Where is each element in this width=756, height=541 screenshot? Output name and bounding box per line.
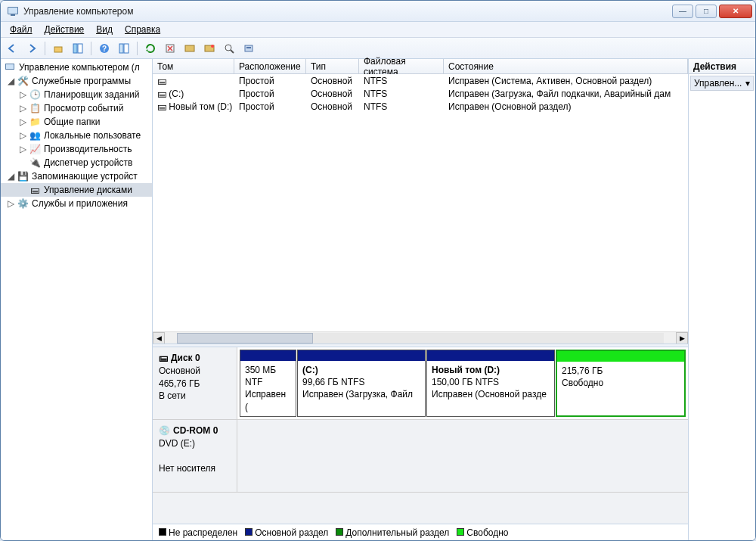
collapse-icon[interactable]: ◢ [5, 76, 17, 86]
app-window: Управление компьютером — □ ✕ Файл Действ… [0, 0, 756, 541]
svg-rect-2 [11, 14, 15, 16]
toolbar-separator [137, 42, 138, 55]
toolbar-separator [45, 42, 45, 55]
tree-label: Общие папки [44, 117, 100, 127]
svg-point-13 [211, 45, 214, 48]
forward-button[interactable] [23, 40, 40, 57]
partition-d[interactable]: Новый том (D:) 150,00 ГБ NTFS Исправен (… [426, 350, 555, 417]
legend-extended: Дополнительный раздел [336, 527, 449, 538]
close-button[interactable]: ✕ [719, 5, 752, 18]
expand-icon[interactable]: ▷ [17, 89, 29, 100]
refresh-button[interactable] [142, 40, 159, 57]
storage-icon: 💾 [17, 170, 29, 182]
tree-label: Служебные программы [32, 76, 131, 86]
volume-table: Том Расположение Тип Файловая система Со… [153, 59, 688, 344]
tree-group-storage[interactable]: ◢ 💾 Запоминающие устройст [1, 169, 152, 183]
col-layout[interactable]: Расположение [234, 59, 306, 74]
tool-btn-8[interactable] [221, 40, 237, 57]
disk-row-0: 🖴Диск 0 Основной 465,76 ГБ В сети 350 МБ… [153, 347, 688, 420]
tree-events[interactable]: ▷ 📋 Просмотр событий [1, 101, 152, 115]
svg-rect-9 [124, 44, 129, 53]
disk-row-cdrom: 💿CD-ROM 0 DVD (E:) Нет носителя [153, 420, 688, 493]
up-button[interactable] [50, 40, 67, 57]
legend-unallocated: Не распределен [159, 527, 237, 538]
device-icon: 🔌 [29, 157, 41, 169]
svg-rect-16 [246, 47, 251, 48]
tree-label: Службы и приложения [32, 198, 128, 209]
tool-btn-6[interactable] [181, 40, 198, 57]
partition-color-bar [427, 350, 554, 361]
col-volume[interactable]: Том [153, 59, 234, 74]
menu-bar: Файл Действие Вид Справка [1, 22, 755, 38]
menu-view[interactable]: Вид [90, 23, 119, 36]
col-fs[interactable]: Файловая система [359, 59, 444, 74]
tree-label: Диспетчер устройств [44, 157, 132, 168]
tree-panel: Управление компьютером (л ◢ 🛠️ Служебные… [1, 59, 153, 540]
show-hide-button[interactable] [70, 40, 86, 57]
tree-users[interactable]: ▷ 👥 Локальные пользовате [1, 129, 152, 142]
tree-group-services[interactable]: ▷ ⚙️ Службы и приложения [1, 197, 152, 210]
clock-icon: 🕒 [29, 89, 41, 101]
users-icon: 👥 [29, 129, 41, 141]
col-type[interactable]: Тип [306, 59, 359, 74]
expand-icon[interactable]: ▷ [5, 198, 17, 209]
computer-icon [4, 61, 16, 73]
svg-text:?: ? [102, 45, 107, 53]
expand-icon[interactable]: ▷ [17, 103, 29, 113]
table-row[interactable]: 🖴 Простой Основной NTFS Исправен (Систем… [153, 74, 688, 87]
svg-rect-18 [6, 64, 14, 69]
partition-free[interactable]: 215,76 ГБ Свободно [556, 350, 686, 417]
minimize-button[interactable]: — [672, 5, 693, 18]
drive-icon: 🖴 [157, 89, 166, 99]
tree-devmgr[interactable]: 🔌 Диспетчер устройств [1, 156, 152, 169]
folder-icon: 📁 [29, 116, 41, 128]
menu-action[interactable]: Действие [39, 23, 91, 36]
svg-rect-4 [73, 44, 77, 53]
tree-group-utils[interactable]: ◢ 🛠️ Служебные программы [1, 74, 152, 88]
tree-shared[interactable]: ▷ 📁 Общие папки [1, 115, 152, 129]
partition-c[interactable]: (C:) 99,66 ГБ NTFS Исправен (Загрузка, Ф… [297, 350, 426, 417]
legend-primary: Основной раздел [245, 527, 328, 538]
center-panel: Том Расположение Тип Файловая система Со… [153, 59, 689, 540]
disk-header-cdrom[interactable]: 💿CD-ROM 0 DVD (E:) Нет носителя [153, 420, 237, 492]
events-icon: 📋 [29, 102, 41, 114]
tree-label: Планировщик заданий [44, 89, 139, 100]
collapse-icon[interactable]: ◢ [5, 171, 17, 182]
disk-header-0[interactable]: 🖴Диск 0 Основной 465,76 ГБ В сети [153, 347, 237, 419]
tree-label: Просмотр событий [44, 103, 123, 113]
scroll-left-button[interactable]: ◀ [153, 332, 165, 344]
back-button[interactable] [4, 40, 20, 57]
horizontal-scrollbar[interactable]: ◀ ▶ [153, 331, 688, 344]
scroll-right-button[interactable]: ▶ [676, 332, 688, 344]
tree-root[interactable]: Управление компьютером (л [1, 61, 152, 74]
partition-system[interactable]: 350 МБ NTF Исправен ( [240, 350, 296, 417]
help-button[interactable]: ? [96, 40, 113, 57]
volume-body: 🖴 Простой Основной NTFS Исправен (Систем… [153, 74, 688, 344]
tool-btn-9[interactable] [240, 40, 257, 57]
table-row[interactable]: 🖴 Новый том (D:) Простой Основной NTFS И… [153, 100, 688, 113]
expand-icon[interactable]: ▷ [17, 144, 29, 154]
svg-rect-5 [78, 44, 82, 53]
maximize-button[interactable]: □ [696, 5, 717, 18]
menu-file[interactable]: Файл [4, 23, 39, 36]
menu-help[interactable]: Справка [119, 23, 166, 36]
tree-perf[interactable]: ▷ 📈 Производительность [1, 142, 152, 156]
properties-button[interactable] [116, 40, 132, 57]
chevron-down-icon: ▾ [745, 78, 750, 89]
scrollbar-thumb[interactable] [177, 333, 313, 344]
actions-item-manage[interactable]: Управлен... ▾ [690, 76, 754, 91]
tool-btn-5[interactable] [162, 40, 178, 57]
disk-map: 🖴Диск 0 Основной 465,76 ГБ В сети 350 МБ… [153, 347, 688, 540]
app-icon [7, 5, 19, 17]
scrollbar-track[interactable] [177, 333, 664, 344]
tool-btn-7[interactable] [201, 40, 218, 57]
cdrom-icon: 💿 [159, 424, 170, 437]
col-status[interactable]: Состояние [444, 59, 688, 74]
expand-icon[interactable]: ▷ [17, 130, 29, 141]
tree-diskmgmt[interactable]: 🖴 Управление дисками [1, 183, 152, 197]
legend: Не распределен Основной раздел Дополните… [153, 524, 688, 540]
expand-icon[interactable]: ▷ [17, 117, 29, 127]
tree-scheduler[interactable]: ▷ 🕒 Планировщик заданий [1, 88, 152, 101]
cdrom-empty-area [237, 420, 688, 492]
table-row[interactable]: 🖴 (C:) Простой Основной NTFS Исправен (З… [153, 87, 688, 100]
